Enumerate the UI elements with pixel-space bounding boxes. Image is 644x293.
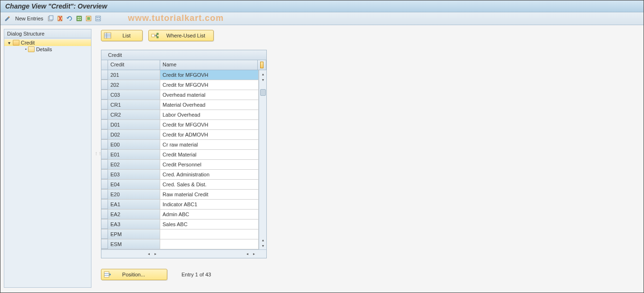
table-row[interactable]: C03Overhead material <box>101 90 259 100</box>
table-row[interactable]: E02Credit Personnel <box>101 160 259 170</box>
row-selector[interactable] <box>101 70 108 80</box>
table-row[interactable]: CR2Labor Overhead <box>101 110 259 120</box>
cell-name[interactable]: Material Overhead <box>160 100 259 110</box>
position-button[interactable]: Position... <box>101 269 167 280</box>
hscroll-right-icon[interactable]: ▸ <box>251 251 257 257</box>
cell-name[interactable]: Sales ABC <box>160 220 259 229</box>
cell-credit[interactable]: EA1 <box>108 200 160 209</box>
cell-credit[interactable]: E02 <box>108 160 160 169</box>
table-row[interactable]: EPM <box>101 229 259 239</box>
cell-name[interactable]: Labor Overhead <box>160 110 259 119</box>
tree-expand-icon[interactable]: ▾ <box>8 40 13 46</box>
where-used-button[interactable]: Where-Used List <box>148 30 214 41</box>
cell-name[interactable]: Cred. Administration <box>160 170 259 179</box>
cell-credit[interactable]: D02 <box>108 130 160 139</box>
row-selector[interactable] <box>101 200 108 209</box>
deselect-all-icon[interactable] <box>94 15 102 22</box>
table-row[interactable]: ESM <box>101 239 259 249</box>
cell-credit[interactable]: 201 <box>108 70 160 80</box>
cell-credit[interactable]: E03 <box>108 170 160 179</box>
cell-credit[interactable]: EA2 <box>108 210 160 219</box>
cell-name[interactable]: Indicator ABC1 <box>160 200 259 209</box>
table-row[interactable]: CR1Material Overhead <box>101 100 259 110</box>
panel-splitter[interactable]: ⋮⋮ <box>93 25 97 292</box>
table-row[interactable]: D02Credit for ADMOVH <box>101 130 259 140</box>
cell-name[interactable]: Cr raw material <box>160 140 259 149</box>
cell-credit[interactable]: C03 <box>108 90 160 100</box>
cell-name[interactable]: Credit for MFGOVH <box>160 70 259 80</box>
scroll-down-small-icon[interactable]: ▾ <box>260 77 266 82</box>
cell-credit[interactable]: D01 <box>108 120 160 129</box>
column-header-credit[interactable]: Credit <box>108 60 160 70</box>
tree-node-credit[interactable]: ▾ Credit <box>4 39 91 46</box>
row-selector[interactable] <box>101 170 108 179</box>
table-settings-button[interactable] <box>258 60 266 70</box>
cell-name[interactable]: Credit for MFGOVH <box>160 80 259 90</box>
table-row[interactable]: EA2Admin ABC <box>101 210 259 220</box>
cell-credit[interactable]: E04 <box>108 180 160 189</box>
cell-name[interactable]: Raw material Credit <box>160 190 259 199</box>
table-row[interactable]: 202Credit for MFGOVH <box>101 80 259 90</box>
undo-icon[interactable] <box>66 15 73 22</box>
hscroll-left-icon[interactable]: ◂ <box>245 251 250 257</box>
column-header-name[interactable]: Name <box>160 60 258 70</box>
cell-credit[interactable]: CR1 <box>108 100 160 110</box>
cell-name[interactable]: Cred. Sales & Dist. <box>160 180 259 189</box>
toggle-edit-icon[interactable] <box>4 15 11 22</box>
table-row[interactable]: EA3Sales ABC <box>101 220 259 229</box>
table-row[interactable]: EA1Indicator ABC1 <box>101 200 259 210</box>
cell-credit[interactable]: 202 <box>108 80 160 90</box>
row-selector[interactable] <box>101 140 108 149</box>
row-selector[interactable] <box>101 150 108 159</box>
row-selector[interactable] <box>101 239 108 249</box>
row-selector[interactable] <box>101 100 108 110</box>
cell-name[interactable]: Credit Material <box>160 150 259 159</box>
list-button[interactable]: List <box>101 30 143 41</box>
table-row[interactable]: E00Cr raw material <box>101 140 259 150</box>
scroll-thumb[interactable] <box>260 89 266 96</box>
copy-as-icon[interactable] <box>47 15 54 22</box>
row-selector[interactable] <box>101 110 108 119</box>
vertical-scrollbar[interactable]: ▴ ▾ ▴ ▾ <box>259 70 266 249</box>
hscroll-left-group[interactable]: ◂ ▸ <box>144 251 160 257</box>
table-row[interactable]: E03Cred. Administration <box>101 170 259 180</box>
table-row[interactable]: 201Credit for MFGOVH <box>101 70 259 80</box>
table-row[interactable]: E20Raw material Credit <box>101 190 259 200</box>
select-block-icon[interactable] <box>85 15 92 22</box>
row-selector[interactable] <box>101 180 108 189</box>
select-all-rows[interactable] <box>101 60 108 70</box>
delete-icon[interactable] <box>56 15 64 22</box>
hscroll-right-group[interactable]: ◂ ▸ <box>243 251 259 257</box>
scroll-down-icon[interactable]: ▾ <box>260 243 266 248</box>
row-selector[interactable] <box>101 229 108 239</box>
row-selector[interactable] <box>101 130 108 139</box>
cell-credit[interactable]: E00 <box>108 140 160 149</box>
new-entries-button[interactable]: New Entries <box>13 16 45 21</box>
cell-name[interactable]: Credit for MFGOVH <box>160 120 259 129</box>
cell-credit[interactable]: EA3 <box>108 220 160 229</box>
select-all-icon[interactable] <box>75 15 83 22</box>
table-row[interactable]: E04Cred. Sales & Dist. <box>101 180 259 190</box>
cell-credit[interactable]: EPM <box>108 229 160 239</box>
scroll-up-bottom-icon[interactable]: ▴ <box>260 237 266 243</box>
row-selector[interactable] <box>101 90 108 100</box>
scroll-up-icon[interactable]: ▴ <box>260 71 266 77</box>
row-selector[interactable] <box>101 160 108 169</box>
row-selector[interactable] <box>101 210 108 219</box>
cell-name[interactable]: Overhead material <box>160 90 259 100</box>
cell-name[interactable] <box>160 229 259 239</box>
cell-name[interactable] <box>160 239 259 249</box>
row-selector[interactable] <box>101 80 108 90</box>
cell-credit[interactable]: E01 <box>108 150 160 159</box>
row-selector[interactable] <box>101 190 108 199</box>
cell-credit[interactable]: ESM <box>108 239 160 249</box>
cell-name[interactable]: Credit for ADMOVH <box>160 130 259 139</box>
cell-credit[interactable]: E20 <box>108 190 160 199</box>
cell-name[interactable]: Credit Personnel <box>160 160 259 169</box>
hscroll-left-icon[interactable]: ◂ <box>146 251 152 257</box>
tree-node-details[interactable]: • Details <box>4 46 91 53</box>
table-row[interactable]: E01Credit Material <box>101 150 259 160</box>
hscroll-right-icon[interactable]: ▸ <box>153 251 158 257</box>
table-row[interactable]: D01Credit for MFGOVH <box>101 120 259 130</box>
row-selector[interactable] <box>101 220 108 229</box>
